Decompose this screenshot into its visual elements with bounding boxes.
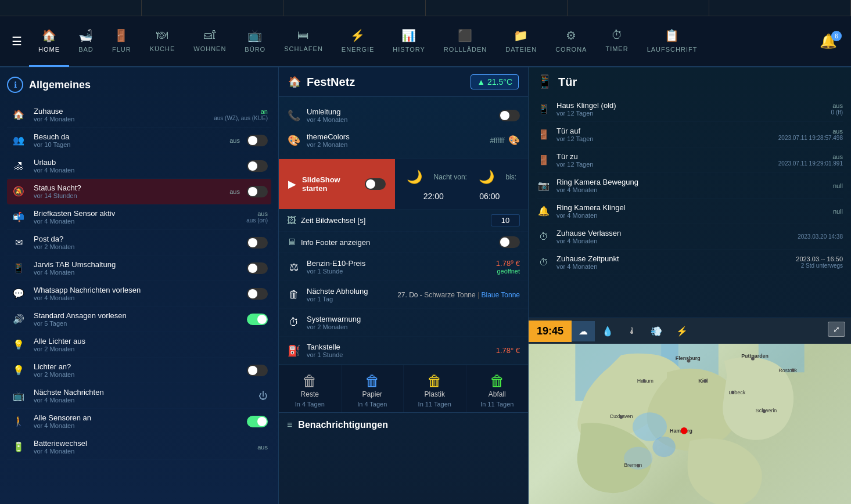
phone-icon: 📞 [287,109,301,122]
abholung-time: vor 1 Tag [307,296,392,303]
verlassen-icon: ⏱ [537,232,551,242]
slideshow-button[interactable]: ▶ SlideShow starten [279,159,395,209]
nav-item-schlafen[interactable]: 🛏 SCHLAFEN [275,16,332,67]
footer-name: Info Footer anzeigen [301,238,494,247]
light-off-icon: 💡 [10,339,27,350]
weather-btn-temp[interactable]: 🌡 [620,321,644,341]
toggle-nacht[interactable] [247,186,268,197]
tuerzu-info: Tür zu vor 12 Tagen [556,152,773,168]
list-item: 🔋 Batteriewechsel vor 4 Monaten aus [7,434,271,460]
power-icon[interactable]: ⏻ [258,391,268,401]
nav-label-bad: BAD [78,46,94,53]
nav-item-laufschrift[interactable]: 📋 LAUFSCHRIFT [638,16,707,67]
toggle-besuch[interactable] [247,135,268,146]
weather-btn-wind[interactable]: 💨 [644,321,669,341]
home-mid-icon: 🏠 [288,75,301,88]
map-background: Flensburg Puttgarden Kiel Husum Cuxhaven… [529,344,851,504]
nav-label-wohnen: WOHNEN [193,45,226,52]
expand-button[interactable]: ⤢ [828,322,845,337]
zeit-section: 🖼 Zeit Bildwechsel [s] [279,210,528,232]
weather-btn-lightning[interactable]: ⚡ [669,321,695,341]
nav-item-buero[interactable]: 📺 BÜRO [235,16,275,67]
history-icon: 📊 [401,28,416,42]
klingel-name: Haus Klingel (old) [556,101,825,110]
nav-item-home[interactable]: 🏠 HOME [29,16,69,67]
tuerauf-values: aus 2023.07.11 19:28:57.498 [778,128,843,141]
nav-item-dateien[interactable]: 📁 DATEIEN [496,16,546,67]
item-info: Post da? vor 2 Monaten [34,235,240,250]
right-row-zeitpunkt: ⏱ Zuhause Zeitpunkt vor 4 Monaten 2023.0… [537,250,843,275]
moon-icon-right: 🌙 [479,170,494,185]
bewegung-info: Ring Kamera Bewegung vor 4 Monaten [556,178,827,193]
bewegung-status: null [833,182,843,189]
right-header: 📱 Tür [537,74,843,89]
nav-item-timer[interactable]: ⏱ TIMER [596,16,637,67]
nacht-bis-value: 06:00 [479,192,500,201]
item-time: vor 10 Tagen [34,141,222,148]
nav-item-history[interactable]: 📊 HISTORY [383,16,435,67]
toggle-umleitung[interactable] [499,110,520,121]
nav-item-flur[interactable]: 🚪 FLUR [103,16,141,67]
mid-panel: 🏠 FestNetz ▲ 21.5°C 📞 Umleitung vor 4 Mo… [279,67,529,504]
list-item: 🔊 Standard Ansagen vorlesen vor 5 Tagen [7,307,271,332]
abholung-name: Nächste Abholung [307,287,392,296]
toggle-footer[interactable] [499,236,520,248]
klingel-values: aus 0 (ff) [831,102,843,116]
list-item: 💡 Alle Lichter aus vor 2 Monaten [7,332,271,358]
umleitung-time: vor 4 Monaten [307,116,493,123]
item-info: Briefkasten Sensor aktiv vor 4 Monaten [34,209,239,225]
zeit-value-input[interactable] [491,214,520,226]
list-item: 💬 Whatsapp Nachrichten vorlesen vor 4 Mo… [7,281,271,307]
svg-point-23 [681,427,688,434]
weather-btn-rain[interactable]: 💧 [595,321,620,341]
temp-arrow-icon: ▲ [477,77,485,87]
toggle-post[interactable] [247,237,268,249]
toggle-slideshow[interactable] [365,178,386,190]
hamburger-button[interactable]: ☰ [5,30,29,53]
zeitpunkt-values: 2023.03.-- 16:50 2 Std unterwegs [796,255,843,269]
toggle-sensoren[interactable] [247,416,268,427]
home-item-icon: 🏠 [10,109,27,120]
zeitpunkt-date: 2023.03.-- 16:50 [796,255,843,262]
kueche-icon: 🍽 [156,28,168,42]
systemwarnung-row: ⏱ Systemwarnung vor 2 Monaten [279,309,528,337]
light-on-icon: 💡 [10,365,27,376]
klingel-time: vor 12 Tagen [556,110,825,117]
nav-item-energie[interactable]: ⚡ ENERGIE [332,16,384,67]
ringklingel-info: Ring Kamera Klingel vor 4 Monaten [556,203,827,219]
abholung-info: Nächste Abholung vor 1 Tag [307,287,392,303]
item-name: Whatsapp Nachrichten vorlesen [34,286,240,294]
item-name: Zuhause [34,107,207,116]
camera-icon: 📷 [537,180,551,191]
nav-label-flur: FLUR [112,46,131,53]
bell-button[interactable]: 🔔 6 [810,28,846,54]
nav-item-kueche[interactable]: 🍽 KÜCHE [141,16,185,67]
toggle-jarvis[interactable] [247,262,268,274]
waste-bin-reste: 🗑 Reste In 4 Tagen [279,365,342,412]
nav-item-wohnen[interactable]: 🛋 WOHNEN [184,16,235,67]
item-time: vor 4 Monaten [34,167,240,174]
svg-text:Puttgarden: Puttgarden [741,353,769,359]
wohnen-icon: 🛋 [204,28,216,42]
toggle-urlaub[interactable] [247,160,268,172]
item-time: vor 4 Monaten [34,116,207,123]
nav-item-bad[interactable]: 🛁 BAD [69,16,103,67]
tuerauf-value: 2023.07.11 19:28:57.498 [778,135,843,141]
benzin-time: vor 1 Stunde [307,268,490,275]
verlassen-time: vor 4 Monaten [556,237,792,244]
toggle-whatsapp[interactable] [247,288,268,300]
list-item: 📬 Briefkasten Sensor aktiv vor 4 Monaten… [7,204,271,230]
reste-icon: 🗑 [302,372,317,390]
ringklingel-name: Ring Kamera Klingel [556,203,827,212]
item-time: vor 5 Tagen [34,320,240,327]
waste-bin-plastik: 🗑 Plastik In 11 Tagen [404,365,466,412]
left-panel: ℹ Allgemeines 🏠 Zuhause vor 4 Monaten an… [0,67,279,504]
toggle-lichter[interactable] [247,365,268,376]
weather-btn-cloud[interactable]: ☁ [572,321,595,341]
nav-item-rollladen[interactable]: ⬛ ROLLLÄDEN [435,16,496,67]
nav-item-corona[interactable]: ⚙ CORONA [546,16,596,67]
toggle-ansagen[interactable] [247,314,268,325]
zeitpunkt-unterwegs: 2 Std unterwegs [796,262,843,269]
svg-point-16 [687,359,691,363]
moon-icon-left: 🌙 [407,170,422,185]
